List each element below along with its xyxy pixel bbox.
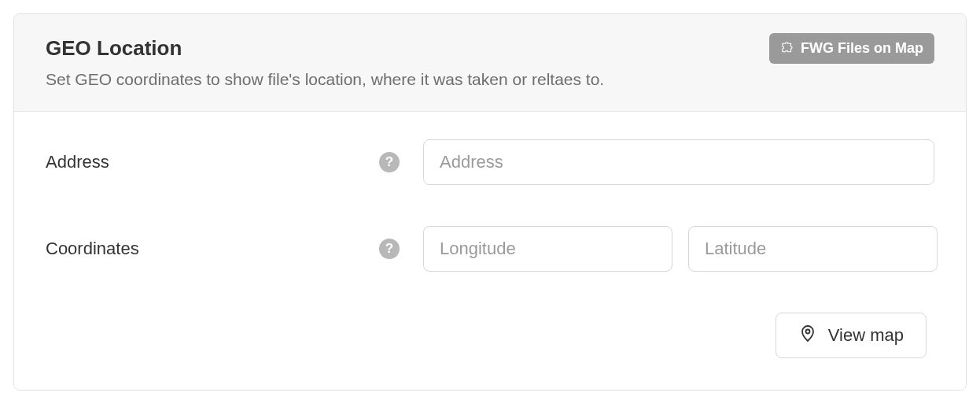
action-row: View map xyxy=(46,313,934,358)
coordinates-row: Coordinates ? xyxy=(46,226,934,272)
map-pin-icon xyxy=(798,324,817,347)
address-input-col xyxy=(423,139,934,185)
latitude-input[interactable] xyxy=(688,226,938,272)
panel-title: GEO Location xyxy=(46,36,769,61)
address-row: Address ? xyxy=(46,139,934,185)
coordinates-label-col: Coordinates ? xyxy=(46,239,423,259)
panel-subtitle: Set GEO coordinates to show file's locat… xyxy=(46,70,769,89)
svg-point-0 xyxy=(805,330,809,334)
help-icon[interactable]: ? xyxy=(379,239,400,259)
panel-body: Address ? Coordinates ? xyxy=(14,112,966,390)
address-label: Address xyxy=(46,152,109,172)
panel-header-text: GEO Location Set GEO coordinates to show… xyxy=(46,36,769,89)
badge-label: FWG Files on Map xyxy=(801,40,923,57)
coordinates-label: Coordinates xyxy=(46,239,139,259)
geo-location-panel: GEO Location Set GEO coordinates to show… xyxy=(13,13,967,391)
address-input[interactable] xyxy=(423,139,934,185)
view-map-button[interactable]: View map xyxy=(776,313,927,358)
puzzle-icon xyxy=(780,39,794,57)
coordinates-input-col xyxy=(423,226,938,272)
address-label-col: Address ? xyxy=(46,152,423,172)
view-map-label: View map xyxy=(828,325,904,346)
longitude-input[interactable] xyxy=(423,226,672,272)
help-icon[interactable]: ? xyxy=(379,152,400,172)
panel-header: GEO Location Set GEO coordinates to show… xyxy=(14,14,966,112)
fwg-files-on-map-button[interactable]: FWG Files on Map xyxy=(769,33,934,64)
